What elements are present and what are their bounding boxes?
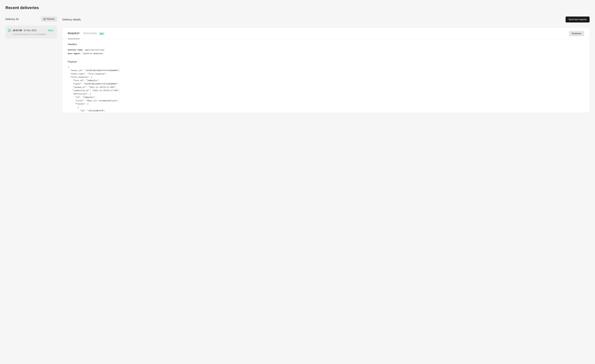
- test-badge: TEST: [47, 29, 55, 32]
- payload-section-title: Payload: [68, 60, 584, 63]
- refresh-button-label: Refresh: [47, 18, 55, 20]
- deliveries-list-panel: Delivery ID Refresh: [5, 16, 57, 113]
- header-content-type-key: Content-Type:: [68, 49, 84, 51]
- headers-section-title: Headers: [68, 43, 584, 46]
- payload-body: { "event_id": "01FM57BGJA9KF2T4FJCGD80MK…: [68, 66, 584, 113]
- redeliver-button[interactable]: Redeliver: [569, 31, 584, 36]
- svg-point-0: [8, 29, 11, 32]
- tab-request[interactable]: Request: [68, 32, 80, 39]
- status-badge: 200: [99, 32, 104, 35]
- headers-block: Content-Type: application/json User-Agen…: [68, 48, 584, 55]
- delivery-id-value: 01FM57BGJA9KF2T4FJCGD80MKV: [13, 34, 55, 36]
- header-user-agent-value: Typeform Webhooks: [82, 53, 103, 55]
- page-title: Recent deliveries: [5, 5, 590, 10]
- delivery-id-heading: Delivery ID: [5, 18, 19, 21]
- tab-response[interactable]: Response: [84, 32, 97, 39]
- check-circle-icon: [8, 29, 11, 32]
- delivery-date: 10 Nov 2021: [24, 29, 37, 32]
- send-test-button[interactable]: Send test request: [566, 16, 590, 22]
- header-user-agent-key: User-Agent:: [68, 53, 81, 55]
- refresh-icon: [43, 18, 46, 20]
- delivery-details-heading: Delivery details: [62, 18, 81, 21]
- details-card: Request Response 200 Redeliver Headers C…: [62, 28, 590, 113]
- delivery-list-item[interactable]: 16:27:09 10 Nov 2021 TEST 01FM57BGJA9KF2…: [5, 26, 57, 38]
- delivery-time: 16:27:09: [13, 29, 22, 32]
- delivery-details-panel: Delivery details Send test request Reque…: [62, 16, 590, 113]
- header-content-type-value: application/json: [85, 49, 104, 51]
- refresh-button[interactable]: Refresh: [41, 16, 57, 22]
